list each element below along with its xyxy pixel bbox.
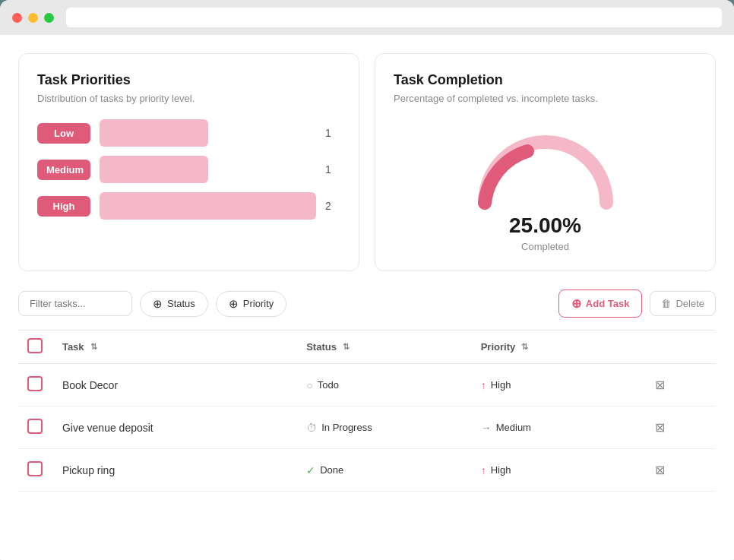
done-icon: ✓ — [306, 464, 315, 476]
row-priority-cell: ↑ High — [472, 449, 647, 492]
status-badge: ○ Todo — [306, 379, 339, 391]
status-filter-label: Status — [167, 298, 195, 309]
priority-badge: ↑ High — [481, 464, 511, 476]
bar-count: 1 — [325, 163, 340, 176]
arrow-up-icon: ↑ — [481, 464, 486, 476]
bar-fill — [100, 192, 316, 220]
row-checkbox-cell — [18, 449, 53, 492]
row-action-cell: ⊠ — [646, 449, 716, 492]
edit-icon[interactable]: ⊠ — [655, 378, 665, 391]
task-completion-title: Task Completion — [394, 72, 697, 88]
row-checkbox[interactable] — [27, 376, 43, 391]
todo-icon: ○ — [306, 379, 312, 391]
bar-label: Medium — [37, 160, 90, 180]
arrow-right-icon: → — [481, 422, 492, 434]
task-priorities-title: Task Priorities — [37, 72, 340, 88]
gauge-chart — [470, 127, 622, 210]
row-task-cell: Book Decor — [53, 364, 297, 407]
gauge-container: 25.00% Completed — [394, 119, 697, 252]
row-priority-cell: → Medium — [472, 407, 647, 449]
priority-sort-icon[interactable]: ⇅ — [521, 342, 528, 352]
status-filter-button[interactable]: ⊕ Status — [140, 291, 208, 317]
add-icon: ⊕ — [571, 296, 581, 311]
priority-filter-label: Priority — [243, 298, 274, 309]
priority-badge: ↑ High — [481, 379, 511, 391]
close-button[interactable] — [12, 13, 22, 23]
bar-track — [100, 119, 316, 147]
minimize-button[interactable] — [28, 13, 38, 23]
app-content: Task Priorities Distribution of tasks by… — [0, 35, 734, 560]
task-tbody: Book Decor○ Todo↑ High⊠Give venue deposi… — [18, 364, 716, 492]
bar-fill — [100, 119, 208, 147]
bar-track — [100, 156, 316, 183]
col-header-status: Status ⇅ — [297, 331, 472, 364]
delete-button[interactable]: 🗑 Delete — [650, 291, 716, 316]
priority-filter-button[interactable]: ⊕ Priority — [216, 291, 286, 317]
cards-row: Task Priorities Distribution of tasks by… — [18, 53, 716, 271]
browser-titlebar — [0, 0, 734, 35]
bar-fill — [100, 156, 208, 183]
edit-icon[interactable]: ⊠ — [655, 421, 665, 434]
priority-badge: → Medium — [481, 422, 531, 434]
bar-row: Low1 — [37, 119, 340, 147]
table-row: Book Decor○ Todo↑ High⊠ — [18, 364, 716, 407]
inprogress-icon: ⏱ — [306, 422, 317, 434]
add-task-label: Add Task — [586, 298, 630, 309]
delete-label: Delete — [675, 298, 704, 309]
col-header-priority: Priority ⇅ — [472, 331, 647, 364]
table-row: Give venue deposit⏱ In Progress→ Medium⊠ — [18, 407, 716, 449]
add-task-button[interactable]: ⊕ Add Task — [558, 289, 643, 318]
row-status-cell: ○ Todo — [297, 364, 472, 407]
edit-icon[interactable]: ⊠ — [655, 464, 665, 476]
bar-count: 2 — [325, 200, 340, 212]
row-task-cell: Give venue deposit — [53, 407, 297, 449]
task-col-label: Task — [62, 341, 84, 353]
col-header-task: Task ⇅ — [53, 331, 297, 364]
row-action-cell: ⊠ — [646, 407, 716, 449]
task-sort-icon[interactable]: ⇅ — [90, 342, 97, 352]
gauge-label: Completed — [521, 241, 569, 252]
row-checkbox[interactable] — [27, 461, 43, 476]
row-checkbox-cell — [18, 407, 53, 449]
filter-input[interactable] — [18, 291, 132, 316]
toolbar: ⊕ Status ⊕ Priority ⊕ Add Task 🗑 Delete — [18, 289, 716, 318]
bar-row: High2 — [37, 192, 340, 220]
task-table: Task ⇅ Status ⇅ Priority ⇅ — [18, 330, 716, 492]
col-header-action — [646, 331, 716, 364]
task-completion-card: Task Completion Percentage of completed … — [375, 53, 716, 271]
status-badge: ⏱ In Progress — [306, 422, 372, 434]
task-priorities-subtitle: Distribution of tasks by priority level. — [37, 93, 340, 104]
row-status-cell: ⏱ In Progress — [297, 407, 472, 449]
task-priorities-card: Task Priorities Distribution of tasks by… — [18, 53, 359, 271]
task-completion-subtitle: Percentage of completed vs. incomplete t… — [394, 93, 697, 104]
row-task-cell: Pickup ring — [53, 449, 297, 492]
status-col-label: Status — [306, 341, 337, 353]
bar-count: 1 — [325, 127, 340, 139]
address-bar[interactable] — [66, 8, 722, 27]
bar-row: Medium1 — [37, 156, 340, 183]
bar-track — [100, 192, 316, 220]
status-sort-icon[interactable]: ⇅ — [343, 342, 350, 352]
header-checkbox[interactable] — [27, 338, 43, 353]
row-checkbox-cell — [18, 364, 53, 407]
table-header-row: Task ⇅ Status ⇅ Priority ⇅ — [18, 331, 716, 364]
row-checkbox[interactable] — [27, 419, 43, 434]
status-badge: ✓ Done — [306, 464, 343, 476]
row-priority-cell: ↑ High — [472, 364, 647, 407]
table-row: Pickup ring✓ Done↑ High⊠ — [18, 449, 716, 492]
plus-circle-icon: ⊕ — [153, 297, 163, 311]
row-action-cell: ⊠ — [646, 364, 716, 407]
gauge-value: 25.00% — [509, 214, 581, 238]
priority-col-label: Priority — [481, 341, 516, 353]
plus-circle-icon-2: ⊕ — [229, 297, 239, 311]
bar-label: High — [37, 196, 90, 217]
maximize-button[interactable] — [44, 13, 54, 23]
trash-icon: 🗑 — [661, 298, 671, 309]
arrow-up-icon: ↑ — [481, 379, 486, 391]
col-header-check — [18, 331, 53, 364]
table-head: Task ⇅ Status ⇅ Priority ⇅ — [18, 331, 716, 364]
bar-label: Low — [37, 123, 90, 144]
bar-chart: Low1Medium1High2 — [37, 119, 340, 220]
row-status-cell: ✓ Done — [297, 449, 472, 492]
